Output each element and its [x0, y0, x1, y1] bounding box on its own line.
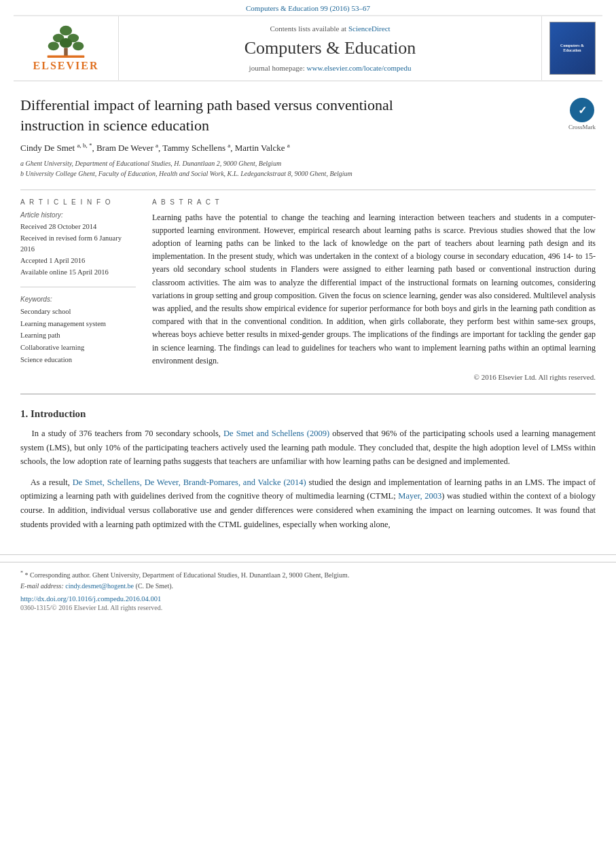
page-container: Computers & Education 99 (2016) 53–67 EL…	[0, 0, 616, 841]
journal-citation-link[interactable]: Computers & Education 99 (2016) 53–67	[246, 4, 370, 12]
article-info-abstract: A R T I C L E I N F O Article history: R…	[20, 198, 596, 381]
journal-header-center: Contents lists available at ScienceDirec…	[119, 16, 541, 80]
abstract-column: A B S T R A C T Learning paths have the …	[152, 198, 596, 381]
ref-link-2[interactable]: De Smet, Schellens, De Wever, Brandt-Pom…	[73, 478, 306, 487]
journal-header: ELSEVIER Contents lists available at Sci…	[14, 15, 602, 82]
contents-line: Contents lists available at ScienceDirec…	[270, 24, 390, 33]
elsevier-logo-block: ELSEVIER	[14, 16, 119, 80]
intro-paragraph-2: As a result, De Smet, Schellens, De Weve…	[20, 476, 596, 532]
keyword-5: Science education	[20, 354, 136, 366]
copyright-line: © 2016 Elsevier Ltd. All rights reserved…	[152, 373, 596, 381]
elsevier-tree-icon	[46, 24, 86, 58]
keyword-4: Collaborative learning	[20, 342, 136, 354]
crossmark-label: CrossMark	[568, 124, 596, 130]
journal-homepage-link[interactable]: www.elsevier.com/locate/compedu	[307, 64, 412, 72]
keyword-1: Secondary school	[20, 306, 136, 318]
journal-homepage: journal homepage: www.elsevier.com/locat…	[249, 64, 412, 72]
abstract-text: Learning paths have the potential to cha…	[152, 211, 596, 368]
ref-link-3[interactable]: Mayer, 2003	[398, 491, 441, 501]
authors-line: Cindy De Smet a, b, *, Bram De Wever a, …	[20, 142, 596, 154]
divider-keywords	[20, 287, 136, 287]
article-title-row: Differential impact of learning path bas…	[20, 95, 596, 135]
svg-rect-7	[48, 55, 85, 58]
keyword-2: Learning management system	[20, 318, 136, 330]
article-info-column: A R T I C L E I N F O Article history: R…	[20, 198, 136, 381]
crossmark-icon: ✓	[570, 98, 594, 122]
article-title: Differential impact of learning path bas…	[20, 95, 428, 135]
section-title-intro: 1. Introduction	[20, 408, 596, 420]
elsevier-logo: ELSEVIER	[33, 24, 99, 72]
article-history-block: Article history: Received 28 October 201…	[20, 211, 136, 279]
article-info-header: A R T I C L E I N F O	[20, 198, 136, 206]
affiliation-1: a Ghent University, Department of Educat…	[20, 158, 596, 168]
keywords-label: Keywords:	[20, 296, 136, 303]
sciencedirect-link[interactable]: ScienceDirect	[348, 24, 391, 33]
keyword-3: Learning path	[20, 329, 136, 342]
crossmark-badge: ✓ CrossMark	[568, 98, 596, 130]
top-bar: Computers & Education 99 (2016) 53–67	[0, 0, 616, 15]
accepted-date: Accepted 1 April 2016	[20, 255, 136, 267]
online-date: Available online 15 April 2016	[20, 267, 136, 279]
affiliation-2: b University College Ghent, Faculty of E…	[20, 168, 596, 179]
divider-1	[20, 190, 596, 190]
intro-paragraph-1: In a study of 376 teachers from 70 secon…	[20, 427, 596, 469]
elsevier-wordmark: ELSEVIER	[33, 60, 99, 72]
ref-link-1[interactable]: De Smet and Schellens (2009)	[223, 429, 329, 438]
article-section: Differential impact of learning path bas…	[0, 82, 616, 381]
email-link[interactable]: cindy.desmet@hogent.be	[65, 582, 134, 590]
doi-line: http://dx.doi.org/10.1016/j.compedu.2016…	[20, 595, 596, 603]
corresponding-note: * * Corresponding author. Ghent Universi…	[20, 569, 596, 590]
received-date: Received 28 October 2014	[20, 221, 136, 233]
main-body: 1. Introduction In a study of 376 teache…	[0, 395, 616, 552]
footer-divider	[0, 554, 616, 555]
journal-cover-thumbnail: Computers & Education	[549, 22, 596, 75]
page-footer: * * Corresponding author. Ghent Universi…	[0, 562, 616, 616]
doi-link[interactable]: http://dx.doi.org/10.1016/j.compedu.2016…	[20, 595, 161, 603]
abstract-header: A B S T R A C T	[152, 198, 596, 206]
revised-date: Received in revised form 6 January 2016	[20, 233, 136, 256]
affiliations: a Ghent University, Department of Educat…	[20, 158, 596, 179]
svg-point-3	[48, 41, 59, 50]
history-label: Article history:	[20, 211, 136, 219]
journal-title: Computers & Education	[244, 38, 416, 58]
svg-point-4	[60, 38, 72, 48]
journal-cover-block: Computers & Education	[541, 16, 602, 80]
svg-point-5	[73, 41, 84, 50]
svg-rect-6	[64, 48, 67, 57]
svg-point-0	[60, 26, 72, 36]
email-label: E-mail address:	[20, 582, 64, 590]
issn-line: 0360-1315/© 2016 Elsevier Ltd. All right…	[20, 604, 596, 611]
